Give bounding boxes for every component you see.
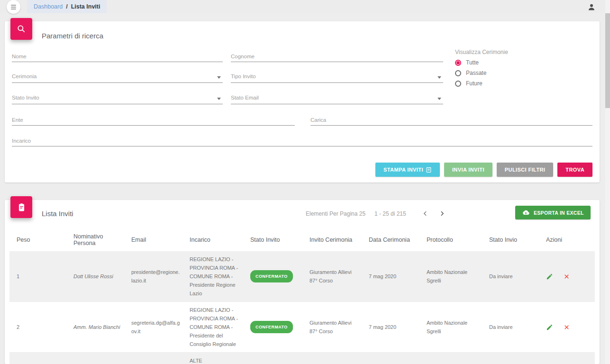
search-card-fab[interactable] [10,18,32,40]
cell-data-cerimonia: 7 mag 2020 [362,251,419,302]
stato-invito-badge: CONFERMATO [250,270,293,282]
user-menu-button[interactable] [587,3,596,11]
search-parameters-card: Parametri di ricerca Cerimonia Tipo Invi… [5,21,600,182]
table-header-row: PesoNominativo PersonaEmailIncaricoStato… [9,228,595,251]
column-header-data-cerimonia: Data Cerimonia [362,228,419,251]
nome-input[interactable] [12,52,223,61]
ente-input[interactable] [12,115,295,125]
stato-invito-select[interactable]: Stato Invito [12,93,223,104]
search-card-title: Parametri di ricerca [42,32,103,40]
chevron-down-icon [217,76,221,79]
cell-email: segreteria.dg@alfa.gov.it [124,302,182,353]
trova-label: TROVA [565,167,584,173]
search-actions: STAMPA INVITI INVIA INVITI PULISCI FILTR… [375,163,592,177]
stato-invito-badge: CONFERMATO [250,321,293,333]
column-header-invito-cerimonia: Invito Cerimonia [302,228,362,251]
cognome-input[interactable] [231,52,443,61]
breadcrumb-current: Lista Inviti [71,3,100,10]
pencil-icon [546,273,553,280]
previous-page-button[interactable] [421,209,429,218]
cell-peso: 1 [9,251,66,302]
cell-stato-invio: Da inviare [482,302,539,353]
breadcrumb-separator: / [66,3,67,10]
stato-invito-select-label: Stato Invito [12,95,39,100]
chevron-down-icon [437,98,441,100]
cell-stato-invito: CONFERMATO [243,251,302,302]
trova-button[interactable]: TROVA [557,163,592,177]
chevron-left-icon [422,210,428,217]
next-page-button[interactable] [437,209,446,218]
column-header-peso: Peso [9,228,66,251]
edit-row-button[interactable] [546,273,553,280]
cell-protocollo: Ambito Nazionale Sgrelli [419,302,482,353]
column-header-incarico: Incarico [182,228,243,251]
lista-inviti-card: Lista Inviti Elementi Per Pagina 25 1 - … [5,200,600,364]
cognome-field[interactable] [231,51,443,62]
clipboard-icon [17,203,26,212]
cell-peso: 3 [9,353,66,364]
carica-field[interactable] [310,114,592,126]
nome-field[interactable] [12,51,223,62]
cell-incarico: ALTE MAGISTRATURE - Avvocato Generale de… [182,353,243,364]
delete-row-button[interactable] [564,273,570,280]
cell-nominativo: Ambasciatore Gianfranco Bianchi [66,353,124,364]
page-scrollbar-track[interactable] [605,0,610,364]
row-actions [546,273,593,280]
column-header-azioni: Azioni [539,228,595,251]
cell-invito-cerimonia: Giuramento Allievi 87° Corso [302,302,362,353]
radio-circle-icon [455,70,461,76]
invia-inviti-button[interactable]: INVIA INVITI [444,163,492,177]
column-header-email: Email [124,228,182,251]
table-row: 1Dott Ulisse Rossipresidente@regione.laz… [9,251,595,302]
carica-input[interactable] [310,115,592,125]
table-header: PesoNominativo PersonaEmailIncaricoStato… [9,228,595,251]
radio-tutte[interactable]: Tutte [455,59,479,66]
cell-protocollo: Ambito Nazionale Sgrelli [419,251,482,302]
cell-protocollo: Ambito Nazionale Sgrelli [419,353,482,364]
pulisci-filtri-button[interactable]: PULISCI FILTRI [497,163,553,177]
cell-azioni [539,251,595,302]
menu-icon [11,5,16,9]
cell-email: segreteria.particolare@avvocaturastato.i… [124,353,182,364]
cell-nominativo: Amm. Mario Bianchi [66,302,124,353]
delete-row-button[interactable] [564,324,570,330]
breadcrumb-dashboard-link[interactable]: Dashboard [34,3,63,10]
column-header-stato-invito: Stato Invito [243,228,302,251]
cerimonia-select-label: Cerimonia [12,73,36,79]
radio-circle-icon [455,60,461,66]
cell-invito-cerimonia: Giuramento Allievi 87° Corso [302,251,362,302]
stampa-inviti-button[interactable]: STAMPA INVITI [375,163,440,177]
cell-data-cerimonia: 7 mag 2020 [362,302,419,353]
close-icon [564,273,570,280]
chevron-down-icon [437,76,441,79]
visualizza-cerimonie-label: Visualizza Cerimonie [455,49,508,55]
incarico-field[interactable] [12,135,592,146]
radio-future[interactable]: Future [455,80,483,87]
esporta-in-excel-button[interactable]: ESPORTA IN EXCEL [515,206,591,219]
tipo-invito-select-label: Tipo Invito [231,73,256,79]
cell-email: presidente@regione.lazio.it [124,251,182,302]
cell-nominativo: Dott Ulisse Rossi [66,251,124,302]
column-header-protocollo: Protocollo [419,228,482,251]
cell-azioni [539,353,595,364]
radio-passate[interactable]: Passate [455,69,486,77]
invia-inviti-label: INVIA INVITI [452,167,484,173]
per-page-label[interactable]: Elementi Per Pagina 25 [306,210,365,217]
cell-azioni [539,302,595,353]
edit-row-button[interactable] [546,324,553,331]
pagination-range: 1 - 25 di 215 [374,210,406,217]
table-row: 3Ambasciatore Gianfranco Bianchisegreter… [9,353,595,364]
ente-field[interactable] [12,114,295,126]
radio-tutte-label: Tutte [466,59,479,66]
stato-email-select-label: Stato Email [231,95,259,100]
breadcrumb: Dashboard / Lista Inviti [27,0,107,13]
list-card-fab[interactable] [10,196,32,218]
column-header-stato-invio: Stato Invio [482,228,539,251]
page-scrollbar-thumb[interactable] [605,13,610,108]
stato-email-select[interactable]: Stato Email [231,93,443,104]
tipo-invito-select[interactable]: Tipo Invito [231,72,443,83]
close-icon [564,324,570,330]
incarico-input[interactable] [12,136,592,146]
cerimonia-select[interactable]: Cerimonia [12,72,223,83]
menu-button[interactable] [7,0,20,14]
